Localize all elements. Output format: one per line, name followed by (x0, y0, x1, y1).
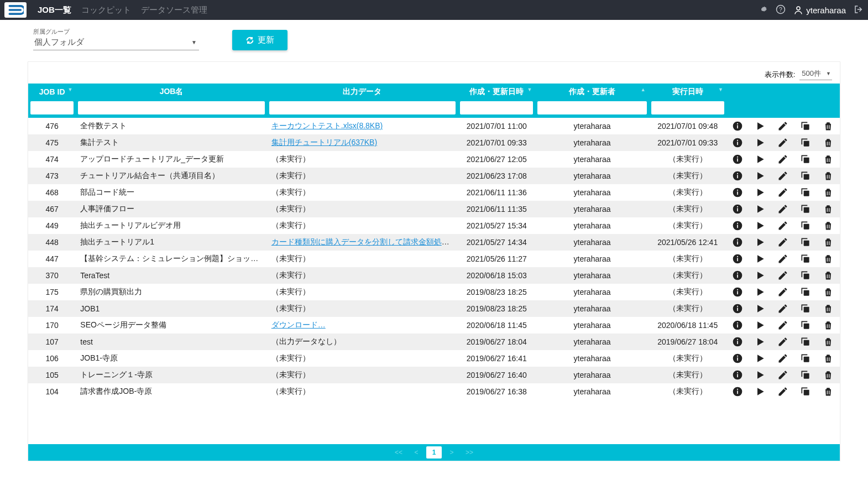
edit-icon[interactable] (777, 386, 788, 397)
info-icon[interactable] (732, 220, 743, 231)
copy-icon[interactable] (800, 320, 811, 331)
delete-icon[interactable] (823, 386, 834, 397)
info-icon[interactable] (732, 353, 743, 364)
info-icon[interactable] (732, 253, 743, 264)
play-icon[interactable] (755, 369, 766, 381)
info-icon[interactable] (732, 287, 743, 298)
info-icon[interactable] (732, 170, 743, 181)
output-link[interactable]: ダウンロード… (271, 320, 326, 329)
info-icon[interactable] (732, 154, 743, 165)
play-icon[interactable] (755, 287, 766, 298)
filter-output-input[interactable] (269, 101, 456, 114)
info-icon[interactable] (732, 369, 743, 381)
delete-icon[interactable] (823, 154, 834, 165)
settings-icon[interactable] (758, 4, 768, 16)
delete-icon[interactable] (823, 270, 834, 281)
delete-icon[interactable] (823, 369, 834, 381)
play-icon[interactable] (755, 320, 766, 331)
copy-icon[interactable] (800, 220, 811, 231)
play-icon[interactable] (755, 187, 766, 198)
play-icon[interactable] (755, 336, 766, 347)
filter-name-input[interactable] (78, 101, 264, 114)
copy-icon[interactable] (800, 303, 811, 314)
delete-icon[interactable] (823, 121, 834, 132)
delete-icon[interactable] (823, 287, 834, 298)
filter-updater-input[interactable] (537, 101, 646, 114)
delete-icon[interactable] (823, 353, 834, 364)
filter-run-input[interactable] (651, 101, 724, 114)
edit-icon[interactable] (777, 237, 788, 248)
th-updated[interactable]: 作成・更新日時▼ (458, 84, 535, 100)
edit-icon[interactable] (777, 353, 788, 364)
th-updater[interactable]: 作成・更新者▲ (535, 84, 649, 100)
nav-datasource[interactable]: データソース管理 (141, 5, 207, 15)
copy-icon[interactable] (800, 386, 811, 397)
pager-last[interactable]: >> (462, 446, 477, 459)
play-icon[interactable] (755, 303, 766, 314)
edit-icon[interactable] (777, 170, 788, 181)
info-icon[interactable] (732, 386, 743, 397)
copy-icon[interactable] (800, 204, 811, 215)
play-icon[interactable] (755, 121, 766, 132)
copy-icon[interactable] (800, 353, 811, 364)
play-icon[interactable] (755, 170, 766, 181)
info-icon[interactable] (732, 303, 743, 314)
delete-icon[interactable] (823, 237, 834, 248)
play-icon[interactable] (755, 220, 766, 231)
info-icon[interactable] (732, 187, 743, 198)
copy-icon[interactable] (800, 187, 811, 198)
copy-icon[interactable] (800, 336, 811, 347)
info-icon[interactable] (732, 121, 743, 132)
copy-icon[interactable] (800, 170, 811, 181)
play-icon[interactable] (755, 270, 766, 281)
edit-icon[interactable] (777, 270, 788, 281)
delete-icon[interactable] (823, 253, 834, 264)
nav-job-list[interactable]: JOB一覧 (38, 5, 71, 15)
th-output[interactable]: 出力データ (267, 84, 458, 100)
group-select[interactable]: 所属グループ 個人フォルダ ▼ (33, 28, 199, 50)
edit-icon[interactable] (777, 204, 788, 215)
play-icon[interactable] (755, 386, 766, 397)
edit-icon[interactable] (777, 287, 788, 298)
refresh-button[interactable]: 更新 (232, 30, 287, 50)
delete-icon[interactable] (823, 204, 834, 215)
th-job-id[interactable]: JOB ID▼ (28, 84, 76, 100)
filter-id-input[interactable] (30, 101, 74, 114)
copy-icon[interactable] (800, 253, 811, 264)
edit-icon[interactable] (777, 303, 788, 314)
info-icon[interactable] (732, 137, 743, 148)
info-icon[interactable] (732, 237, 743, 248)
play-icon[interactable] (755, 137, 766, 148)
pager-prev[interactable]: < (409, 446, 424, 459)
edit-icon[interactable] (777, 220, 788, 231)
copy-icon[interactable] (800, 121, 811, 132)
play-icon[interactable] (755, 253, 766, 264)
copy-icon[interactable] (800, 287, 811, 298)
output-link[interactable]: キーカウントテスト.xlsx(8.8KB) (271, 121, 383, 130)
copy-icon[interactable] (800, 137, 811, 148)
info-icon[interactable] (732, 204, 743, 215)
info-icon[interactable] (732, 320, 743, 331)
th-run[interactable]: 実行日時▼ (649, 84, 726, 100)
pager-current[interactable]: 1 (426, 446, 442, 459)
copy-icon[interactable] (800, 270, 811, 281)
delete-icon[interactable] (823, 187, 834, 198)
delete-icon[interactable] (823, 170, 834, 181)
filter-updated-input[interactable] (460, 101, 533, 114)
output-link[interactable]: 集計用チュートリアル(637KB) (271, 138, 377, 147)
nav-cockpit[interactable]: コックピット (81, 5, 131, 15)
edit-icon[interactable] (777, 137, 788, 148)
user-menu[interactable]: yteraharaa (793, 5, 846, 15)
th-job-name[interactable]: JOB名 (76, 84, 266, 100)
edit-icon[interactable] (777, 369, 788, 381)
info-icon[interactable] (732, 270, 743, 281)
copy-icon[interactable] (800, 237, 811, 248)
play-icon[interactable] (755, 154, 766, 165)
edit-icon[interactable] (777, 320, 788, 331)
pager-next[interactable]: > (444, 446, 459, 459)
delete-icon[interactable] (823, 320, 834, 331)
help-icon[interactable]: ? (776, 4, 786, 16)
pager-first[interactable]: << (391, 446, 406, 459)
copy-icon[interactable] (800, 154, 811, 165)
play-icon[interactable] (755, 353, 766, 364)
